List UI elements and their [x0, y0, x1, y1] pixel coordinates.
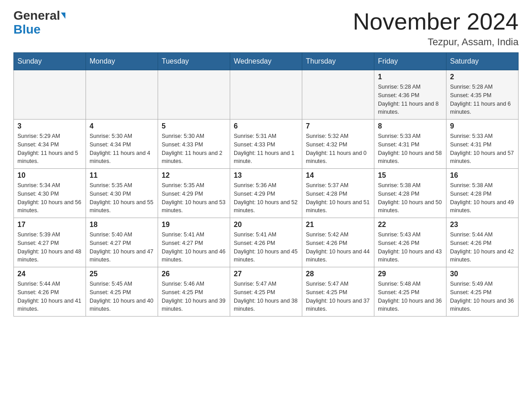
weekday-header-sunday: Sunday — [14, 53, 86, 70]
day-info: Sunrise: 5:33 AM Sunset: 4:31 PM Dayligh… — [450, 132, 515, 166]
page-header: General Blue November 2024 Tezpur, Assam… — [13, 9, 519, 48]
day-info: Sunrise: 5:48 AM Sunset: 4:25 PM Dayligh… — [378, 280, 442, 313]
day-info: Sunrise: 5:41 AM Sunset: 4:27 PM Dayligh… — [162, 231, 226, 264]
day-info: Sunrise: 5:47 AM Sunset: 4:25 PM Dayligh… — [306, 280, 370, 313]
calendar-cell: 18Sunrise: 5:40 AM Sunset: 4:27 PM Dayli… — [86, 218, 158, 267]
day-number: 18 — [90, 221, 154, 229]
calendar-cell: 5Sunrise: 5:30 AM Sunset: 4:33 PM Daylig… — [158, 120, 230, 169]
day-info: Sunrise: 5:41 AM Sunset: 4:26 PM Dayligh… — [234, 231, 298, 264]
calendar-cell: 16Sunrise: 5:38 AM Sunset: 4:28 PM Dayli… — [446, 169, 519, 218]
day-number: 27 — [234, 270, 298, 278]
calendar-cell: 29Sunrise: 5:48 AM Sunset: 4:25 PM Dayli… — [374, 267, 446, 317]
day-number: 1 — [378, 73, 442, 81]
day-number: 2 — [450, 73, 515, 81]
location: Tezpur, Assam, India — [353, 36, 519, 48]
day-info: Sunrise: 5:36 AM Sunset: 4:29 PM Dayligh… — [234, 181, 298, 215]
calendar-cell: 19Sunrise: 5:41 AM Sunset: 4:27 PM Dayli… — [158, 218, 230, 267]
day-number: 20 — [234, 221, 298, 229]
logo-general: General — [13, 9, 60, 23]
day-info: Sunrise: 5:42 AM Sunset: 4:26 PM Dayligh… — [306, 231, 370, 264]
day-number: 16 — [450, 171, 515, 180]
calendar-cell — [230, 70, 302, 120]
calendar-cell: 30Sunrise: 5:49 AM Sunset: 4:25 PM Dayli… — [446, 267, 519, 317]
calendar-cell: 9Sunrise: 5:33 AM Sunset: 4:31 PM Daylig… — [446, 120, 519, 169]
day-number: 7 — [306, 122, 370, 130]
calendar-cell: 14Sunrise: 5:37 AM Sunset: 4:28 PM Dayli… — [302, 169, 374, 218]
day-info: Sunrise: 5:39 AM Sunset: 4:27 PM Dayligh… — [17, 231, 82, 264]
day-number: 8 — [378, 122, 442, 130]
week-row-5: 24Sunrise: 5:44 AM Sunset: 4:26 PM Dayli… — [14, 267, 519, 317]
day-number: 19 — [162, 221, 226, 229]
day-number: 10 — [17, 171, 82, 180]
calendar-cell: 28Sunrise: 5:47 AM Sunset: 4:25 PM Dayli… — [302, 267, 374, 317]
calendar-cell: 2Sunrise: 5:28 AM Sunset: 4:35 PM Daylig… — [446, 70, 519, 120]
calendar-cell: 26Sunrise: 5:46 AM Sunset: 4:25 PM Dayli… — [158, 267, 230, 317]
calendar-cell: 20Sunrise: 5:41 AM Sunset: 4:26 PM Dayli… — [230, 218, 302, 267]
calendar-cell — [14, 70, 86, 120]
calendar-cell: 12Sunrise: 5:35 AM Sunset: 4:29 PM Dayli… — [158, 169, 230, 218]
day-info: Sunrise: 5:44 AM Sunset: 4:26 PM Dayligh… — [450, 231, 515, 264]
calendar-cell: 23Sunrise: 5:44 AM Sunset: 4:26 PM Dayli… — [446, 218, 519, 267]
day-info: Sunrise: 5:43 AM Sunset: 4:26 PM Dayligh… — [378, 231, 442, 264]
day-info: Sunrise: 5:46 AM Sunset: 4:25 PM Dayligh… — [162, 280, 226, 313]
calendar-cell: 17Sunrise: 5:39 AM Sunset: 4:27 PM Dayli… — [14, 218, 86, 267]
weekday-header-friday: Friday — [374, 53, 446, 70]
day-number: 12 — [162, 171, 226, 180]
calendar-cell: 25Sunrise: 5:45 AM Sunset: 4:25 PM Dayli… — [86, 267, 158, 317]
week-row-2: 3Sunrise: 5:29 AM Sunset: 4:34 PM Daylig… — [14, 120, 519, 169]
calendar-cell: 6Sunrise: 5:31 AM Sunset: 4:33 PM Daylig… — [230, 120, 302, 169]
calendar-cell: 21Sunrise: 5:42 AM Sunset: 4:26 PM Dayli… — [302, 218, 374, 267]
month-title: November 2024 — [353, 9, 519, 34]
calendar-cell — [86, 70, 158, 120]
day-number: 5 — [162, 122, 226, 130]
day-info: Sunrise: 5:47 AM Sunset: 4:25 PM Dayligh… — [234, 280, 298, 313]
weekday-header-monday: Monday — [86, 53, 158, 70]
day-number: 17 — [17, 221, 82, 229]
calendar-cell: 27Sunrise: 5:47 AM Sunset: 4:25 PM Dayli… — [230, 267, 302, 317]
day-info: Sunrise: 5:35 AM Sunset: 4:30 PM Dayligh… — [90, 181, 154, 215]
day-number: 22 — [378, 221, 442, 229]
calendar-cell: 10Sunrise: 5:34 AM Sunset: 4:30 PM Dayli… — [14, 169, 86, 218]
weekday-header-thursday: Thursday — [302, 53, 374, 70]
weekday-header-saturday: Saturday — [446, 53, 519, 70]
day-number: 3 — [17, 122, 82, 130]
day-info: Sunrise: 5:32 AM Sunset: 4:32 PM Dayligh… — [306, 132, 370, 166]
calendar-cell: 3Sunrise: 5:29 AM Sunset: 4:34 PM Daylig… — [14, 120, 86, 169]
calendar-cell — [158, 70, 230, 120]
calendar-cell: 7Sunrise: 5:32 AM Sunset: 4:32 PM Daylig… — [302, 120, 374, 169]
day-info: Sunrise: 5:38 AM Sunset: 4:28 PM Dayligh… — [378, 181, 442, 215]
calendar-cell: 1Sunrise: 5:28 AM Sunset: 4:36 PM Daylig… — [374, 70, 446, 120]
week-row-3: 10Sunrise: 5:34 AM Sunset: 4:30 PM Dayli… — [14, 169, 519, 218]
day-number: 11 — [90, 171, 154, 180]
calendar-cell: 15Sunrise: 5:38 AM Sunset: 4:28 PM Dayli… — [374, 169, 446, 218]
calendar-table: SundayMondayTuesdayWednesdayThursdayFrid… — [13, 52, 519, 317]
day-number: 24 — [17, 270, 82, 278]
day-info: Sunrise: 5:40 AM Sunset: 4:27 PM Dayligh… — [90, 231, 154, 264]
day-info: Sunrise: 5:44 AM Sunset: 4:26 PM Dayligh… — [17, 280, 82, 313]
logo-blue: Blue — [13, 23, 41, 37]
day-info: Sunrise: 5:28 AM Sunset: 4:36 PM Dayligh… — [378, 83, 442, 116]
calendar-cell: 11Sunrise: 5:35 AM Sunset: 4:30 PM Dayli… — [86, 169, 158, 218]
day-number: 23 — [450, 221, 515, 229]
day-info: Sunrise: 5:49 AM Sunset: 4:25 PM Dayligh… — [450, 280, 515, 313]
day-number: 28 — [306, 270, 370, 278]
weekday-header-tuesday: Tuesday — [158, 53, 230, 70]
day-info: Sunrise: 5:31 AM Sunset: 4:33 PM Dayligh… — [234, 132, 298, 166]
week-row-4: 17Sunrise: 5:39 AM Sunset: 4:27 PM Dayli… — [14, 218, 519, 267]
day-info: Sunrise: 5:30 AM Sunset: 4:34 PM Dayligh… — [90, 132, 154, 166]
calendar-cell: 13Sunrise: 5:36 AM Sunset: 4:29 PM Dayli… — [230, 169, 302, 218]
day-number: 21 — [306, 221, 370, 229]
calendar-cell — [302, 70, 374, 120]
day-info: Sunrise: 5:45 AM Sunset: 4:25 PM Dayligh… — [90, 280, 154, 313]
day-number: 25 — [90, 270, 154, 278]
calendar-cell: 22Sunrise: 5:43 AM Sunset: 4:26 PM Dayli… — [374, 218, 446, 267]
day-number: 30 — [450, 270, 515, 278]
calendar-header-row: SundayMondayTuesdayWednesdayThursdayFrid… — [14, 53, 519, 70]
day-info: Sunrise: 5:28 AM Sunset: 4:35 PM Dayligh… — [450, 83, 515, 116]
day-number: 6 — [234, 122, 298, 130]
calendar-cell: 4Sunrise: 5:30 AM Sunset: 4:34 PM Daylig… — [86, 120, 158, 169]
logo-triangle-icon — [61, 13, 65, 19]
day-info: Sunrise: 5:29 AM Sunset: 4:34 PM Dayligh… — [17, 132, 82, 166]
day-info: Sunrise: 5:33 AM Sunset: 4:31 PM Dayligh… — [378, 132, 442, 166]
calendar-cell: 24Sunrise: 5:44 AM Sunset: 4:26 PM Dayli… — [14, 267, 86, 317]
